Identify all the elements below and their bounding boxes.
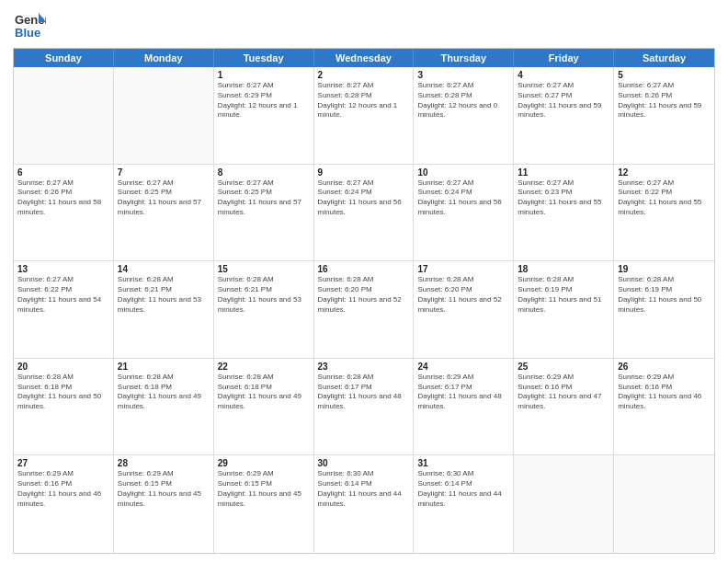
cell-sun-info: Sunrise: 6:27 AM Sunset: 6:25 PM Dayligh…: [218, 178, 310, 218]
cell-sun-info: Sunrise: 6:29 AM Sunset: 6:16 PM Dayligh…: [518, 373, 609, 412]
weekday-header-tuesday: Tuesday: [214, 49, 314, 67]
day-number: 8: [218, 167, 310, 178]
cell-sun-info: Sunrise: 6:28 AM Sunset: 6:19 PM Dayligh…: [618, 275, 711, 315]
day-number: 31: [417, 458, 509, 468]
day-number: 11: [518, 167, 609, 178]
day-number: 21: [118, 362, 210, 372]
day-number: 14: [118, 264, 210, 274]
day-number: 18: [518, 264, 609, 274]
day-number: 20: [17, 362, 109, 372]
day-number: 30: [318, 458, 410, 468]
logo-icon: General Blue: [13, 9, 46, 42]
calendar-cell: 28Sunrise: 6:29 AM Sunset: 6:15 PM Dayli…: [114, 455, 214, 553]
calendar-cell: 5Sunrise: 6:27 AM Sunset: 6:26 PM Daylig…: [614, 67, 714, 164]
weekday-header-sunday: Sunday: [14, 49, 114, 67]
day-number: 16: [318, 264, 410, 274]
calendar-row-4: 20Sunrise: 6:28 AM Sunset: 6:18 PM Dayli…: [14, 359, 714, 456]
weekday-header-thursday: Thursday: [414, 49, 514, 67]
calendar-cell: 27Sunrise: 6:29 AM Sunset: 6:16 PM Dayli…: [14, 455, 114, 553]
calendar-cell: 1Sunrise: 6:27 AM Sunset: 6:29 PM Daylig…: [214, 67, 314, 164]
cell-sun-info: Sunrise: 6:28 AM Sunset: 6:18 PM Dayligh…: [218, 373, 310, 412]
calendar-cell: 9Sunrise: 6:27 AM Sunset: 6:24 PM Daylig…: [314, 165, 415, 261]
cell-sun-info: Sunrise: 6:27 AM Sunset: 6:24 PM Dayligh…: [417, 178, 509, 218]
calendar-row-5: 27Sunrise: 6:29 AM Sunset: 6:16 PM Dayli…: [14, 455, 714, 553]
day-number: 15: [218, 264, 310, 274]
day-number: 28: [118, 458, 210, 468]
calendar-body: 1Sunrise: 6:27 AM Sunset: 6:29 PM Daylig…: [14, 67, 714, 553]
calendar-cell: 12Sunrise: 6:27 AM Sunset: 6:22 PM Dayli…: [614, 165, 714, 261]
calendar-cell: 18Sunrise: 6:28 AM Sunset: 6:19 PM Dayli…: [514, 261, 614, 358]
cell-sun-info: Sunrise: 6:27 AM Sunset: 6:22 PM Dayligh…: [17, 275, 109, 315]
cell-sun-info: Sunrise: 6:29 AM Sunset: 6:15 PM Dayligh…: [218, 469, 310, 509]
calendar-cell: 24Sunrise: 6:29 AM Sunset: 6:17 PM Dayli…: [414, 359, 514, 455]
calendar-cell: 4Sunrise: 6:27 AM Sunset: 6:27 PM Daylig…: [514, 67, 614, 164]
calendar-cell: 10Sunrise: 6:27 AM Sunset: 6:24 PM Dayli…: [414, 165, 514, 261]
day-number: 4: [518, 70, 609, 80]
cell-sun-info: Sunrise: 6:27 AM Sunset: 6:23 PM Dayligh…: [518, 178, 609, 218]
calendar-cell: [14, 67, 114, 164]
calendar-cell: 21Sunrise: 6:28 AM Sunset: 6:18 PM Dayli…: [114, 359, 214, 455]
calendar-cell: 20Sunrise: 6:28 AM Sunset: 6:18 PM Dayli…: [14, 359, 114, 455]
calendar-cell: 17Sunrise: 6:28 AM Sunset: 6:20 PM Dayli…: [414, 261, 514, 358]
day-number: 19: [618, 264, 711, 274]
calendar-cell: 31Sunrise: 6:30 AM Sunset: 6:14 PM Dayli…: [414, 455, 514, 553]
calendar-cell: 22Sunrise: 6:28 AM Sunset: 6:18 PM Dayli…: [214, 359, 314, 455]
cell-sun-info: Sunrise: 6:30 AM Sunset: 6:14 PM Dayligh…: [417, 469, 509, 509]
calendar-cell: 2Sunrise: 6:27 AM Sunset: 6:28 PM Daylig…: [314, 67, 415, 164]
day-number: 23: [318, 362, 410, 372]
day-number: 3: [417, 70, 509, 80]
page: General Blue SundayMondayTuesdayWednesda…: [0, 0, 728, 563]
cell-sun-info: Sunrise: 6:30 AM Sunset: 6:14 PM Dayligh…: [318, 469, 410, 509]
calendar-header: SundayMondayTuesdayWednesdayThursdayFrid…: [14, 49, 714, 67]
logo: General Blue: [13, 9, 46, 42]
cell-sun-info: Sunrise: 6:28 AM Sunset: 6:21 PM Dayligh…: [218, 275, 310, 315]
cell-sun-info: Sunrise: 6:27 AM Sunset: 6:25 PM Dayligh…: [118, 178, 210, 218]
cell-sun-info: Sunrise: 6:27 AM Sunset: 6:29 PM Dayligh…: [218, 81, 310, 121]
calendar-row-1: 1Sunrise: 6:27 AM Sunset: 6:29 PM Daylig…: [14, 67, 714, 165]
day-number: 6: [17, 167, 109, 178]
day-number: 5: [618, 70, 711, 80]
weekday-header-monday: Monday: [114, 49, 214, 67]
cell-sun-info: Sunrise: 6:27 AM Sunset: 6:27 PM Dayligh…: [518, 81, 609, 121]
day-number: 13: [17, 264, 109, 274]
calendar-cell: 11Sunrise: 6:27 AM Sunset: 6:23 PM Dayli…: [514, 165, 614, 261]
cell-sun-info: Sunrise: 6:28 AM Sunset: 6:18 PM Dayligh…: [118, 373, 210, 412]
calendar-cell: 16Sunrise: 6:28 AM Sunset: 6:20 PM Dayli…: [314, 261, 415, 358]
header: General Blue: [13, 9, 715, 42]
cell-sun-info: Sunrise: 6:27 AM Sunset: 6:24 PM Dayligh…: [318, 178, 410, 218]
cell-sun-info: Sunrise: 6:28 AM Sunset: 6:18 PM Dayligh…: [17, 373, 109, 412]
calendar: SundayMondayTuesdayWednesdayThursdayFrid…: [13, 48, 715, 554]
day-number: 25: [518, 362, 609, 372]
day-number: 12: [618, 167, 711, 178]
calendar-cell: 23Sunrise: 6:28 AM Sunset: 6:17 PM Dayli…: [314, 359, 415, 455]
calendar-cell: [514, 455, 614, 553]
cell-sun-info: Sunrise: 6:28 AM Sunset: 6:21 PM Dayligh…: [118, 275, 210, 315]
calendar-cell: 25Sunrise: 6:29 AM Sunset: 6:16 PM Dayli…: [514, 359, 614, 455]
day-number: 2: [318, 70, 410, 80]
calendar-cell: 14Sunrise: 6:28 AM Sunset: 6:21 PM Dayli…: [114, 261, 214, 358]
cell-sun-info: Sunrise: 6:29 AM Sunset: 6:17 PM Dayligh…: [417, 373, 509, 412]
day-number: 17: [417, 264, 509, 274]
calendar-cell: 8Sunrise: 6:27 AM Sunset: 6:25 PM Daylig…: [214, 165, 314, 261]
calendar-cell: 15Sunrise: 6:28 AM Sunset: 6:21 PM Dayli…: [214, 261, 314, 358]
cell-sun-info: Sunrise: 6:28 AM Sunset: 6:20 PM Dayligh…: [318, 275, 410, 315]
day-number: 1: [218, 70, 310, 80]
calendar-cell: 19Sunrise: 6:28 AM Sunset: 6:19 PM Dayli…: [614, 261, 714, 358]
calendar-cell: 6Sunrise: 6:27 AM Sunset: 6:26 PM Daylig…: [14, 165, 114, 261]
calendar-cell: 7Sunrise: 6:27 AM Sunset: 6:25 PM Daylig…: [114, 165, 214, 261]
cell-sun-info: Sunrise: 6:27 AM Sunset: 6:28 PM Dayligh…: [318, 81, 410, 121]
calendar-cell: [114, 67, 214, 164]
cell-sun-info: Sunrise: 6:29 AM Sunset: 6:16 PM Dayligh…: [618, 373, 711, 412]
calendar-row-2: 6Sunrise: 6:27 AM Sunset: 6:26 PM Daylig…: [14, 165, 714, 262]
cell-sun-info: Sunrise: 6:27 AM Sunset: 6:26 PM Dayligh…: [618, 81, 711, 121]
weekday-header-wednesday: Wednesday: [314, 49, 415, 67]
day-number: 29: [218, 458, 310, 468]
cell-sun-info: Sunrise: 6:28 AM Sunset: 6:20 PM Dayligh…: [417, 275, 509, 315]
day-number: 9: [318, 167, 410, 178]
calendar-cell: 30Sunrise: 6:30 AM Sunset: 6:14 PM Dayli…: [314, 455, 415, 553]
calendar-cell: 13Sunrise: 6:27 AM Sunset: 6:22 PM Dayli…: [14, 261, 114, 358]
day-number: 10: [417, 167, 509, 178]
cell-sun-info: Sunrise: 6:28 AM Sunset: 6:17 PM Dayligh…: [318, 373, 410, 412]
weekday-header-friday: Friday: [514, 49, 614, 67]
calendar-row-3: 13Sunrise: 6:27 AM Sunset: 6:22 PM Dayli…: [14, 261, 714, 359]
